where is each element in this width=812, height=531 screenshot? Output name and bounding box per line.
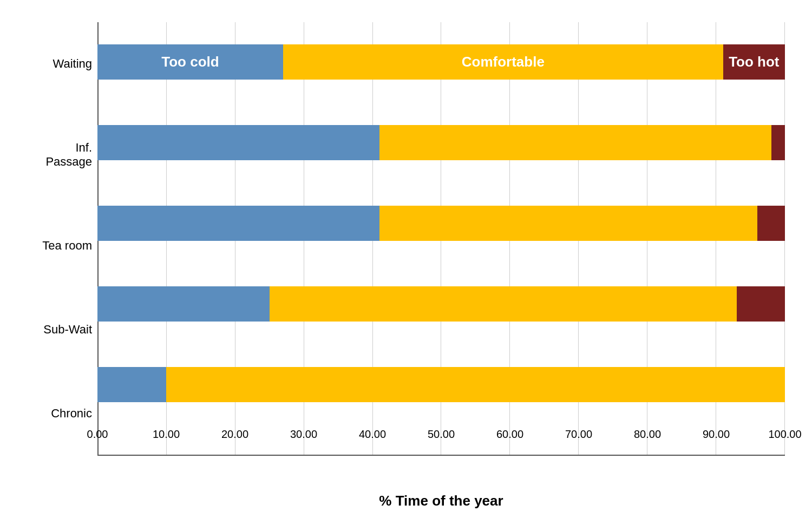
y-label-sub-wait: Sub-Wait: [43, 323, 92, 337]
segment-cold-0: Too cold: [97, 44, 283, 80]
segment-comfortable-4: [166, 367, 785, 402]
segment-comfortable-0: Comfortable: [283, 44, 723, 80]
segment-hot-2: [757, 206, 785, 241]
segment-comfortable-2: [379, 206, 758, 241]
segment-comfortable-1: [379, 125, 771, 160]
bar-track-4: [97, 367, 785, 402]
bar-row-inf.-passage: [97, 119, 785, 167]
segment-cold-3: [97, 286, 270, 322]
y-label-chronic: Chronic: [51, 407, 92, 421]
x-axis-title: % Time of the year: [27, 493, 785, 509]
bar-row-waiting: Too coldComfortableToo hot: [97, 38, 785, 87]
chart-area: WaitingInf. PassageTea roomSub-WaitChron…: [27, 22, 785, 488]
chart-container: WaitingInf. PassageTea roomSub-WaitChron…: [27, 22, 785, 509]
bar-row-chronic: [97, 360, 785, 409]
segment-cold-2: [97, 206, 379, 241]
bars-and-grid: Too coldComfortableToo hot 0.0010.0020.0…: [97, 22, 785, 488]
y-label-tea-room: Tea room: [42, 239, 92, 253]
bar-track-2: [97, 206, 785, 241]
segment-hot-1: [771, 125, 785, 160]
x-axis: 0.0010.0020.0030.0040.0050.0060.0070.008…: [97, 425, 785, 455]
y-label-waiting: Waiting: [53, 57, 92, 71]
segment-cold-1: [97, 125, 379, 160]
segment-cold-4: [97, 367, 166, 402]
segment-hot-3: [737, 286, 785, 322]
bars-wrapper: Too coldComfortableToo hot: [97, 22, 785, 425]
bar-row-tea-room: [97, 199, 785, 248]
bar-row-sub-wait: [97, 280, 785, 329]
y-axis-labels: WaitingInf. PassageTea roomSub-WaitChron…: [27, 22, 97, 488]
bar-track-0: Too coldComfortableToo hot: [97, 44, 785, 80]
bar-track-3: [97, 286, 785, 322]
bar-track-1: [97, 125, 785, 160]
segment-comfortable-3: [270, 286, 737, 322]
segment-hot-0: Too hot: [723, 44, 785, 80]
y-label-inf.-passage: Inf. Passage: [27, 141, 92, 169]
